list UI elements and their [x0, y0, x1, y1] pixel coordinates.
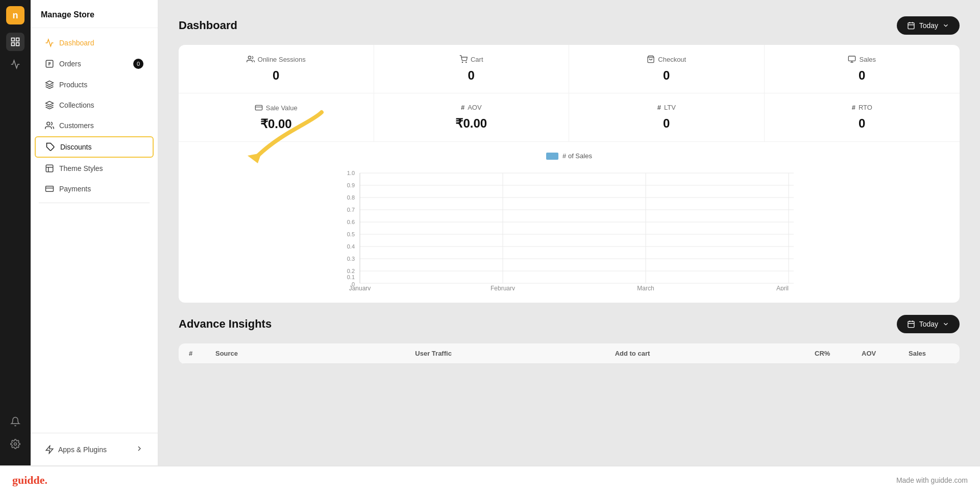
sidebar-item-orders[interactable]: Orders 0 — [35, 54, 154, 74]
stat-rto-value: 0 — [777, 116, 948, 131]
settings-icon-btn[interactable] — [6, 435, 24, 453]
col-hash: # — [189, 350, 209, 357]
sidebar-item-theme-styles[interactable]: Theme Styles — [35, 159, 154, 178]
stats-row-1: Online Sessions 0 Cart 0 — [179, 45, 960, 93]
sidebar-item-products[interactable]: Products — [35, 75, 154, 94]
svg-rect-1 — [16, 38, 19, 41]
stat-cart: Cart 0 — [374, 45, 570, 93]
chart-legend: # of Sales — [191, 152, 947, 160]
sidebar-item-dashboard[interactable]: Dashboard — [35, 33, 154, 53]
chart-legend-box — [546, 153, 558, 160]
col-cr: CR% — [815, 350, 855, 357]
stat-online-sessions-label: Online Sessions — [191, 55, 361, 63]
stat-checkout-value: 0 — [581, 68, 752, 83]
sidebar-item-discounts[interactable]: Discounts — [35, 136, 154, 158]
chart-container: 1.0 0.9 0.8 0.7 0.6 0.5 0.4 0.3 0.2 0.1 … — [191, 168, 947, 290]
svg-point-24 — [466, 62, 467, 62]
chart-legend-label: # of Sales — [562, 152, 592, 160]
stat-checkout-label: Checkout — [581, 55, 752, 63]
stat-sale-value-label: Sale Value — [191, 104, 361, 112]
app-logo[interactable]: n — [6, 6, 24, 24]
svg-text:February: February — [491, 285, 515, 290]
advance-today-label: Today — [919, 320, 938, 328]
insights-table: # Source User Traffic Add to cart CR% AO… — [179, 343, 960, 364]
stat-rto-label: # RTO — [777, 104, 948, 111]
stat-sale-value: Sale Value ₹0.00 — [179, 93, 374, 141]
stat-ltv-label: # LTV — [581, 104, 752, 111]
stat-sales: Sales 0 — [765, 45, 960, 93]
stat-ltv-value: 0 — [581, 116, 752, 131]
stat-aov-value: ₹0.00 — [386, 116, 557, 131]
svg-marker-9 — [46, 81, 54, 85]
sidebar: Manage Store Dashboard Orders 0 — [31, 0, 158, 465]
chart-svg: 1.0 0.9 0.8 0.7 0.6 0.5 0.4 0.3 0.2 0.1 … — [191, 168, 947, 290]
svg-rect-14 — [46, 186, 54, 192]
svg-rect-29 — [255, 105, 262, 110]
svg-text:March: March — [637, 285, 654, 290]
svg-text:0.9: 0.9 — [347, 182, 355, 188]
dashboard-today-label: Today — [919, 21, 938, 30]
stats-card: Online Sessions 0 Cart 0 — [179, 45, 960, 303]
notification-icon-btn[interactable] — [6, 412, 24, 431]
svg-text:0.6: 0.6 — [347, 219, 355, 225]
bottom-bar: guidde. Made with guidde.com — [0, 465, 980, 494]
stat-cart-value: 0 — [386, 68, 557, 83]
stat-aov: # AOV ₹0.00 — [374, 93, 570, 141]
stat-sales-label: Sales — [777, 55, 948, 63]
svg-text:0.3: 0.3 — [347, 256, 355, 262]
stat-sale-value-value: ₹0.00 — [191, 117, 361, 131]
chart-icon-btn[interactable] — [6, 55, 24, 73]
col-add-to-cart: Add to cart — [615, 350, 808, 357]
svg-rect-2 — [12, 43, 15, 46]
col-user-traffic: User Traffic — [415, 350, 608, 357]
stat-checkout: Checkout 0 — [569, 45, 765, 93]
svg-text:0.2: 0.2 — [347, 268, 355, 274]
stat-ltv: # LTV 0 — [569, 93, 765, 141]
col-source: Source — [215, 350, 409, 357]
sidebar-item-collections[interactable]: Collections — [35, 95, 154, 115]
svg-rect-0 — [12, 38, 15, 41]
made-with-text: Made with guidde.com — [896, 476, 968, 484]
sidebar-item-payments[interactable]: Payments — [35, 179, 154, 199]
table-header: # Source User Traffic Add to cart CR% AO… — [179, 343, 960, 364]
sidebar-item-theme-styles-label: Theme Styles — [59, 164, 103, 172]
stat-aov-label: # AOV — [386, 104, 557, 111]
advance-insights-today-button[interactable]: Today — [897, 315, 960, 333]
svg-point-4 — [14, 443, 17, 446]
svg-rect-60 — [908, 322, 914, 328]
svg-text:0.5: 0.5 — [347, 231, 355, 237]
chart-area: # of Sales 1.0 0.9 0.8 0.7 0.6 0.5 0.4 0… — [179, 142, 960, 303]
sidebar-item-discounts-label: Discounts — [60, 143, 91, 151]
dashboard-title: Dashboard — [179, 19, 237, 32]
sidebar-nav: Dashboard Orders 0 Products — [31, 28, 158, 433]
svg-text:0.1: 0.1 — [347, 274, 355, 280]
dashboard-today-button[interactable]: Today — [897, 16, 960, 35]
sidebar-item-payments-label: Payments — [59, 185, 91, 193]
svg-point-11 — [47, 122, 50, 125]
svg-point-23 — [462, 62, 462, 62]
stat-online-sessions-value: 0 — [191, 68, 361, 83]
stats-row-2: Sale Value ₹0.00 # AOV ₹0.00 # LTV — [179, 93, 960, 142]
svg-text:0.8: 0.8 — [347, 194, 355, 201]
svg-marker-16 — [46, 446, 53, 453]
svg-rect-18 — [908, 23, 914, 29]
svg-text:January: January — [349, 285, 371, 290]
svg-rect-3 — [16, 43, 19, 46]
store-icon-btn[interactable] — [6, 33, 24, 51]
advance-insights-title: Advance Insights — [179, 317, 272, 331]
svg-marker-10 — [46, 102, 54, 106]
apps-plugins-label: Apps & Plugins — [58, 446, 107, 454]
apps-plugins-btn[interactable]: Apps & Plugins — [39, 439, 150, 459]
svg-point-22 — [248, 56, 251, 59]
sidebar-item-customers-label: Customers — [59, 121, 94, 130]
icon-bar: n — [0, 0, 31, 465]
col-sales: Sales — [909, 350, 949, 357]
sidebar-divider — [39, 203, 150, 203]
guidde-logo: guidde. — [12, 474, 47, 487]
svg-rect-13 — [46, 165, 53, 172]
advance-insights-header: Advance Insights Today — [179, 315, 960, 333]
stat-cart-label: Cart — [386, 55, 557, 63]
sidebar-item-customers[interactable]: Customers — [35, 116, 154, 135]
sidebar-item-products-label: Products — [59, 81, 87, 89]
sidebar-item-dashboard-label: Dashboard — [59, 39, 94, 47]
